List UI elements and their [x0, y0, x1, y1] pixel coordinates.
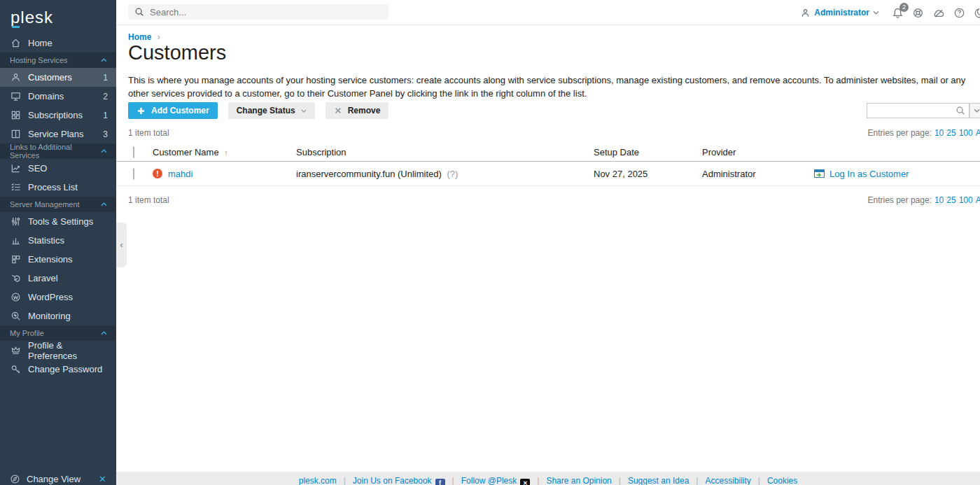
sidebar-item-customers[interactable]: Customers 1 — [0, 68, 116, 87]
sidebar-item-label: Tools & Settings — [28, 216, 93, 227]
facebook-icon[interactable]: f — [435, 479, 445, 485]
add-customer-button[interactable]: Add Customer — [128, 102, 218, 119]
sidebar-item-label: Home — [28, 38, 52, 48]
sidebar-item-count: 1 — [103, 73, 108, 83]
page-size-10[interactable]: 10 — [934, 195, 944, 205]
breadcrumb-separator-icon: › — [158, 32, 160, 42]
provider-value: Administrator — [702, 169, 814, 179]
sidebar-item-extensions[interactable]: Extensions — [0, 250, 116, 269]
filter-dropdown-button[interactable] — [969, 103, 980, 118]
entries-per-page-top: Entries per page:1025100All — [868, 128, 980, 138]
login-as-customer-link[interactable]: Log In as Customer — [830, 169, 909, 179]
plesk-logo[interactable]: plesk — [0, 0, 116, 34]
help-button[interactable] — [953, 7, 965, 19]
sidebar-item-statistics[interactable]: Statistics — [0, 231, 116, 250]
page-size-100[interactable]: 100 — [959, 128, 973, 138]
page-size-all[interactable]: All — [976, 195, 980, 205]
sidebar-section-label: Server Management — [10, 200, 80, 209]
sidebar-item-service-plans[interactable]: Service Plans 3 — [0, 125, 116, 143]
sidebar-item-label: Customers — [28, 72, 72, 83]
column-header-customer-name[interactable]: Customer Name ↑ — [153, 147, 296, 157]
footer-link-facebook[interactable]: Join Us on Facebook — [353, 476, 432, 485]
sidebar-item-count: 1 — [103, 111, 108, 120]
page-size-100[interactable]: 100 — [959, 195, 973, 205]
user-menu[interactable]: Administrator — [800, 8, 879, 18]
footer-link-accessibility[interactable]: Accessibility — [705, 476, 750, 485]
toolbar: Add Customer Change Status Remove — [128, 102, 388, 119]
chevron-up-icon — [101, 58, 107, 62]
page-description: This is where you manage accounts of you… — [128, 74, 979, 101]
footer-link-suggest-idea[interactable]: Suggest an Idea — [628, 476, 689, 485]
select-all-checkbox[interactable] — [133, 146, 134, 158]
sidebar-section-my-profile[interactable]: My Profile — [0, 325, 116, 341]
sidebar-item-monitoring[interactable]: Monitoring — [0, 307, 116, 325]
plesk-logo-underline — [12, 26, 20, 28]
sidebar-section-hosting-services[interactable]: Hosting Services — [0, 52, 116, 68]
subscription-hint[interactable]: (?) — [447, 169, 458, 179]
profile-preferences-icon — [10, 345, 21, 356]
table-row: ! mahdi iranservercommunity.fun (Unlimit… — [116, 162, 980, 186]
change-view-button[interactable]: Change View ✕ — [0, 468, 116, 485]
dark-mode-button[interactable] — [974, 7, 980, 19]
sidebar-item-seo[interactable]: SEO — [0, 159, 116, 178]
sidebar-item-label: Change Password — [28, 364, 102, 374]
sidebar-item-domains[interactable]: Domains 2 — [0, 87, 116, 106]
items-total-bottom: 1 item total — [128, 195, 169, 205]
sidebar-item-label: Statistics — [28, 235, 64, 246]
sidebar-item-label: Service Plans — [28, 129, 83, 139]
collapse-chevron-icon: ‹ — [120, 240, 123, 250]
sidebar-section-server-management[interactable]: Server Management — [0, 197, 116, 212]
page-size-10[interactable]: 10 — [934, 128, 944, 138]
filter-search-icon[interactable] — [955, 106, 965, 115]
column-header-provider[interactable]: Provider — [702, 147, 814, 157]
sidebar-item-wordpress[interactable]: WordPress — [0, 288, 116, 307]
seo-icon — [10, 163, 21, 174]
notifications-button[interactable]: 2 — [892, 7, 904, 19]
sidebar-section-additional-services[interactable]: Links to Additional Services — [0, 143, 116, 159]
column-header-setup-date[interactable]: Setup Date — [594, 147, 702, 157]
footer-link-share-opinion[interactable]: Share an Opinion — [546, 476, 611, 485]
sidebar-item-count: 2 — [103, 92, 108, 101]
x-twitter-icon[interactable]: ✕ — [520, 479, 530, 485]
footer-link-plesk-com[interactable]: plesk.com — [299, 476, 337, 485]
sidebar-item-tools-settings[interactable]: Tools & Settings — [0, 212, 116, 231]
entries-label: Entries per page: — [868, 128, 932, 138]
sidebar-item-laravel[interactable]: Laravel — [0, 269, 116, 288]
footer-link-follow-plesk[interactable]: Follow @Plesk — [461, 476, 517, 485]
chevron-up-icon — [101, 149, 107, 153]
remove-button[interactable]: Remove — [326, 102, 389, 119]
cloud-button[interactable] — [932, 7, 945, 19]
filter-input[interactable] — [867, 103, 969, 118]
support-button[interactable] — [912, 7, 924, 19]
sidebar-item-label: Laravel — [28, 273, 58, 283]
change-status-button[interactable]: Change Status — [228, 102, 315, 119]
change-view-label: Change View — [27, 474, 80, 484]
process-list-icon — [10, 182, 21, 193]
sidebar-item-process-list[interactable]: Process List — [0, 178, 116, 197]
setup-date-value: Nov 27, 2025 — [594, 169, 702, 179]
sidebar-item-label: Domains — [28, 91, 64, 101]
row-checkbox[interactable] — [133, 168, 134, 180]
page-size-all[interactable]: All — [976, 128, 980, 138]
column-header-subscription[interactable]: Subscription — [296, 147, 594, 157]
change-password-icon — [10, 364, 21, 375]
table-header: Customer Name ↑ Subscription Setup Date … — [116, 143, 980, 162]
breadcrumb-home-link[interactable]: Home — [128, 32, 151, 42]
sidebar-item-label: SEO — [28, 163, 47, 174]
main-content: Home › Customers This is where you manag… — [116, 25, 980, 472]
sidebar-item-profile-preferences[interactable]: Profile & Preferences — [0, 341, 116, 360]
footer-link-cookies[interactable]: Cookies — [767, 476, 797, 485]
chevron-up-icon — [101, 331, 107, 335]
statistics-icon — [10, 235, 21, 246]
sidebar-collapse-handle[interactable]: ‹ — [116, 223, 127, 267]
sidebar-item-home[interactable]: Home — [0, 34, 116, 52]
topbar-actions: Administrator 2 — [800, 0, 980, 25]
customer-name-link[interactable]: mahdi — [168, 169, 192, 179]
search-input[interactable] — [128, 4, 388, 20]
close-icon[interactable]: ✕ — [99, 474, 106, 484]
sidebar-item-subscriptions[interactable]: Subscriptions 1 — [0, 106, 116, 125]
sidebar-item-change-password[interactable]: Change Password — [0, 360, 116, 379]
service-plans-icon — [10, 129, 21, 140]
page-size-25[interactable]: 25 — [946, 128, 955, 138]
page-size-25[interactable]: 25 — [946, 195, 955, 205]
